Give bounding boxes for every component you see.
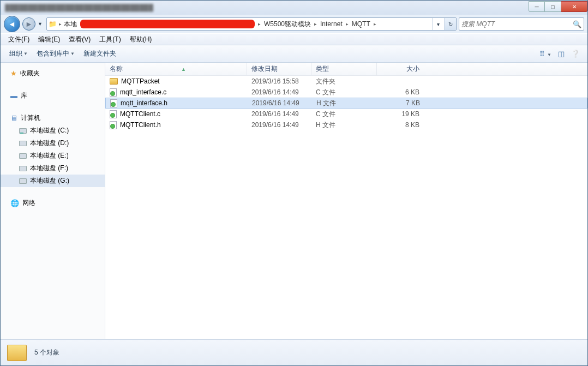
navigation-bar: ◄ ► ▼ 📁 ▸ 本地 ▸ W5500驱动模块 ▸ Internet ▸ MQ…	[1, 15, 587, 33]
file-name: MQTTPacket	[121, 77, 160, 85]
file-row[interactable]: MQTTClient.h2019/6/16 14:49H 文件8 KB	[105, 119, 587, 130]
history-dropdown[interactable]: ▼	[38, 21, 44, 27]
window-title: ████████████████████████████████	[5, 4, 529, 11]
disk-icon	[19, 153, 27, 159]
menu-tools[interactable]: 工具(T)	[95, 34, 125, 45]
menu-bar: 文件(F) 编辑(E) 查看(V) 工具(T) 帮助(H)	[1, 33, 587, 45]
folder-icon: 📁	[47, 20, 58, 28]
file-date: 2019/6/16 14:49	[247, 121, 311, 129]
search-input[interactable]	[461, 20, 573, 28]
file-size: 8 KB	[377, 121, 424, 129]
menu-file[interactable]: 文件(F)	[4, 34, 34, 45]
sidebar-disk[interactable]: 本地磁盘 (G:)	[1, 175, 105, 187]
column-date[interactable]: 修改日期	[247, 63, 311, 75]
file-row[interactable]: mqtt_interface.c2019/6/16 14:49C 文件6 KB	[105, 87, 587, 98]
file-type: H 文件	[311, 121, 377, 130]
chevron-right-icon: ▸	[58, 21, 63, 27]
refresh-button[interactable]: ↻	[444, 18, 456, 30]
c-file-icon	[110, 88, 117, 97]
computer-icon: 🖥	[10, 114, 17, 122]
preview-pane-button[interactable]: ◫	[555, 47, 568, 60]
organize-button[interactable]: 组织 ▼	[5, 47, 32, 61]
file-type: C 文件	[311, 88, 377, 97]
file-date: 2019/3/16 15:58	[247, 77, 311, 85]
view-options-button[interactable]: ⠿ ▼	[536, 47, 555, 60]
address-dropdown[interactable]: ▾	[432, 18, 444, 30]
disk-icon	[19, 166, 27, 171]
command-bar: 组织 ▼ 包含到库中 ▼ 新建文件夹 ⠿ ▼ ◫ ❔	[1, 45, 587, 63]
h-file-icon	[110, 121, 117, 129]
disk-icon	[19, 141, 27, 146]
network-icon: 🌐	[10, 199, 19, 207]
disk-icon	[19, 178, 27, 184]
back-button[interactable]: ◄	[4, 16, 20, 32]
sidebar-disk[interactable]: 本地磁盘 (F:)	[1, 162, 105, 175]
navigation-pane: ★ 收藏夹 ▬ 库 🖥 计算机 本地磁盘 (C:)本地磁盘 (D:)本地磁盘 (…	[1, 63, 105, 339]
file-size: 6 KB	[377, 88, 424, 96]
sidebar-disk[interactable]: 本地磁盘 (E:)	[1, 149, 105, 162]
file-name: MQTTClient.c	[120, 110, 160, 118]
explorer-window: ████████████████████████████████ ─ □ ✕ ◄…	[0, 0, 588, 366]
chevron-right-icon: ▸	[313, 21, 318, 27]
folder-icon	[110, 78, 118, 85]
chevron-right-icon: ▸	[373, 21, 377, 27]
title-bar: ████████████████████████████████ ─ □ ✕	[1, 1, 587, 15]
address-bar[interactable]: 📁 ▸ 本地 ▸ W5500驱动模块 ▸ Internet ▸ MQTT ▸ ▾…	[46, 17, 457, 31]
redacted-path	[80, 20, 255, 28]
star-icon: ★	[10, 69, 17, 77]
file-name: mqtt_interface.h	[121, 99, 167, 107]
sidebar-disk[interactable]: 本地磁盘 (C:)	[1, 124, 105, 137]
file-list-area: 名称▲ 修改日期 类型 大小 MQTTPacket2019/3/16 15:58…	[105, 63, 587, 339]
sidebar-favorites[interactable]: ★ 收藏夹	[1, 67, 105, 80]
minimize-button[interactable]: ─	[529, 1, 545, 12]
sidebar-libraries[interactable]: ▬ 库	[1, 89, 105, 102]
sidebar-network[interactable]: 🌐 网络	[1, 197, 105, 209]
h-file-icon	[110, 99, 117, 107]
column-name[interactable]: 名称▲	[105, 63, 247, 75]
sidebar-computer[interactable]: 🖥 计算机	[1, 112, 105, 124]
file-name: MQTTClient.h	[120, 121, 161, 129]
breadcrumb-seg[interactable]: W5500驱动模块	[262, 20, 313, 29]
menu-help[interactable]: 帮助(H)	[125, 34, 157, 45]
breadcrumb-seg[interactable]: MQTT	[350, 20, 373, 28]
forward-button[interactable]: ►	[22, 17, 35, 31]
body: ★ 收藏夹 ▬ 库 🖥 计算机 本地磁盘 (C:)本地磁盘 (D:)本地磁盘 (…	[1, 63, 587, 339]
disk-icon	[19, 128, 27, 134]
window-controls: ─ □ ✕	[529, 1, 587, 12]
file-name: mqtt_interface.c	[120, 88, 166, 96]
chevron-down-icon: ▼	[23, 51, 28, 56]
file-row[interactable]: mqtt_interface.h2019/6/16 14:49H 文件7 KB	[105, 98, 587, 109]
status-text: 5 个对象	[34, 348, 59, 357]
file-date: 2019/6/16 14:49	[248, 99, 312, 107]
status-bar: 5 个对象	[1, 339, 587, 365]
maximize-button[interactable]: □	[545, 1, 561, 12]
file-type: C 文件	[311, 110, 377, 119]
library-icon: ▬	[10, 92, 17, 100]
file-size: 7 KB	[377, 99, 424, 107]
chevron-down-icon: ▼	[70, 51, 75, 56]
file-rows[interactable]: MQTTPacket2019/3/16 15:58文件夹mqtt_interfa…	[105, 76, 587, 339]
close-button[interactable]: ✕	[561, 1, 587, 12]
file-size: 19 KB	[377, 110, 424, 118]
sort-asc-icon: ▲	[181, 67, 186, 72]
help-button[interactable]: ❔	[568, 47, 583, 60]
sidebar-disk[interactable]: 本地磁盘 (D:)	[1, 137, 105, 149]
file-row[interactable]: MQTTPacket2019/3/16 15:58文件夹	[105, 76, 587, 87]
search-box[interactable]: 🔍	[459, 17, 584, 31]
file-date: 2019/6/16 14:49	[247, 88, 311, 96]
folder-icon	[7, 345, 27, 361]
c-file-icon	[110, 110, 117, 118]
column-headers: 名称▲ 修改日期 类型 大小	[105, 63, 587, 76]
chevron-right-icon: ▸	[257, 21, 262, 27]
file-row[interactable]: MQTTClient.c2019/6/16 14:49C 文件19 KB	[105, 109, 587, 119]
new-folder-button[interactable]: 新建文件夹	[79, 47, 121, 61]
search-icon[interactable]: 🔍	[573, 20, 581, 28]
file-type: 文件夹	[311, 77, 377, 86]
menu-view[interactable]: 查看(V)	[64, 34, 95, 45]
column-size[interactable]: 大小	[377, 63, 424, 75]
menu-edit[interactable]: 编辑(E)	[34, 34, 64, 45]
breadcrumb-seg[interactable]: Internet	[318, 20, 345, 28]
include-in-library-button[interactable]: 包含到库中 ▼	[32, 47, 79, 61]
breadcrumb-seg[interactable]: 本地	[63, 20, 78, 29]
column-type[interactable]: 类型	[311, 63, 377, 75]
